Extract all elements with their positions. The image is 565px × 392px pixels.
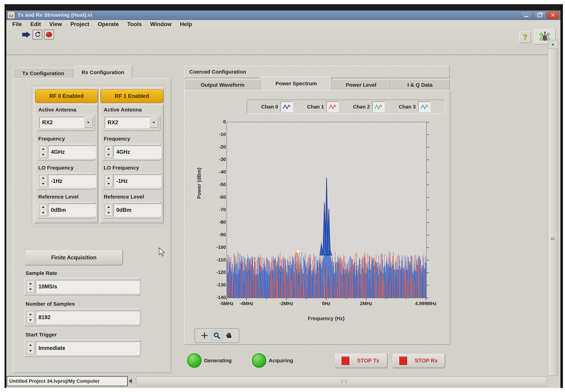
tab-tx-configuration[interactable]: Tx Configuration	[13, 68, 73, 79]
stop-square-icon	[399, 357, 407, 365]
rf1-frequency-spinner[interactable]	[105, 146, 113, 158]
y-tick-mark	[427, 285, 429, 286]
menu-edit[interactable]: Edit	[26, 21, 45, 28]
x-tick-label: 4.999MHz	[415, 301, 437, 306]
y-tick-label: -90	[219, 232, 226, 238]
run-continuous-button[interactable]	[32, 30, 42, 40]
abort-icon	[45, 31, 53, 38]
stop-tx-button[interactable]: STOP Tx	[335, 353, 388, 368]
tab-rx-configuration[interactable]: Rx Configuration	[73, 66, 132, 79]
close-button[interactable]: ✕	[547, 11, 559, 19]
stop-rx-button[interactable]: STOP Rx	[392, 353, 445, 368]
scroll-up-button[interactable]	[548, 40, 558, 49]
plot-legend: Chan 0 Chan 1 Chan 2 Chan 3	[247, 100, 445, 114]
rf0-lo-frequency-value[interactable]: -1Hz	[48, 175, 96, 187]
horizontal-scrollbar[interactable]	[136, 377, 547, 387]
tab-iq-data[interactable]: I & Q Data	[391, 79, 449, 90]
rf1-antenna-value[interactable]: RX2	[105, 117, 150, 128]
x-tick-label: -5MHz	[219, 301, 233, 306]
zoom-tool-button[interactable]	[211, 330, 223, 341]
menu-view[interactable]: View	[45, 21, 66, 28]
tab-output-waveform[interactable]: Output Waveform	[184, 79, 261, 90]
legend-label: Chan 0	[261, 104, 278, 110]
rf1-lo-spinner[interactable]	[105, 175, 113, 187]
legend-item-chan0[interactable]: Chan 0	[261, 101, 293, 112]
menu-help[interactable]: Help	[176, 21, 196, 28]
power-spectrum-panel: Chan 0 Chan 1 Chan 2 Chan 3 Powe	[184, 90, 450, 345]
rf1-frequency-value[interactable]: 4GHz	[114, 146, 161, 158]
power-spectrum-plot[interactable]	[227, 122, 427, 298]
rf0-ref-spinner[interactable]	[39, 204, 47, 216]
samples-spinner[interactable]	[27, 311, 34, 323]
acquisition-mode-button[interactable]: Finite Acquisition	[25, 250, 123, 265]
rf1-antenna-dropdown-button[interactable]	[149, 117, 158, 128]
rf1-reference-level-control: 0dBm	[103, 202, 160, 219]
tab-power-level[interactable]: Power Level	[332, 79, 391, 90]
rx-configuration-panel: RF 0 Enabled Active Antenna RX2 Frequenc…	[13, 78, 171, 373]
abort-button[interactable]	[44, 30, 54, 40]
vertical-scrollbar[interactable]	[548, 40, 558, 376]
number-of-samples-control: 8192	[24, 309, 140, 326]
mouse-cursor	[159, 248, 167, 258]
rf0-antenna-dropdown-button[interactable]	[84, 117, 93, 128]
increment-icon	[29, 313, 32, 315]
sample-rate-value[interactable]: 10MS/s	[36, 280, 140, 293]
rf0-lo-spinner[interactable]	[39, 175, 47, 187]
rf0-frequency-spinner[interactable]	[39, 146, 47, 158]
rf1-antenna-dropdown[interactable]: RX2	[103, 115, 160, 131]
y-tick-label: -80	[219, 220, 226, 225]
run-button[interactable]	[22, 30, 31, 39]
menu-operate[interactable]: Operate	[93, 21, 123, 28]
rf0-antenna-dropdown[interactable]: RX2	[37, 115, 95, 131]
increment-icon	[107, 206, 110, 208]
start-trigger-control: Immediate	[24, 339, 140, 357]
menu-window[interactable]: Window	[146, 21, 176, 28]
rf1-enable-button[interactable]: RF 1 Enabled	[101, 89, 163, 103]
rf1-lo-frequency-control: -1Hz	[103, 173, 160, 190]
y-tick-label: -100	[216, 244, 226, 250]
menu-bar: File Edit View Project Operate Tools Win…	[6, 20, 560, 28]
status-bar: Untitled Project 34.lvproj/My Computer	[6, 376, 560, 387]
restore-button[interactable]	[534, 11, 546, 19]
cursor-tool-button[interactable]	[199, 330, 210, 341]
menu-file[interactable]: File	[6, 21, 26, 28]
x-axis-title: Frequency (Hz)	[227, 316, 426, 322]
rf1-reference-level-value[interactable]: 0dBm	[114, 204, 161, 217]
menu-project[interactable]: Project	[66, 21, 93, 28]
legend-swatch	[281, 101, 293, 112]
start-trigger-value[interactable]: Immediate	[36, 341, 140, 355]
rf0-antenna-value[interactable]: RX2	[39, 117, 84, 128]
context-help-button[interactable]: ?	[519, 31, 531, 43]
legend-item-chan2[interactable]: Chan 2	[353, 101, 385, 112]
stop-rx-label: STOP Rx	[415, 358, 438, 364]
legend-item-chan3[interactable]: Chan 3	[399, 101, 431, 112]
y-axis-title: Power (dBm)	[196, 168, 202, 199]
minimize-button[interactable]	[520, 11, 533, 19]
labview-app-icon	[8, 12, 15, 18]
decrement-icon	[29, 289, 32, 290]
decrement-icon	[42, 183, 45, 185]
magnifier-icon	[213, 332, 221, 339]
sample-rate-spinner[interactable]	[27, 280, 34, 293]
window-title: Tx and Rx Streaming (Host).vi	[17, 12, 92, 18]
rf1-ref-spinner[interactable]	[105, 204, 113, 216]
y-tick-mark	[427, 272, 429, 273]
legend-item-chan1[interactable]: Chan 1	[307, 101, 339, 112]
rf0-reference-level-value[interactable]: 0dBm	[48, 204, 96, 217]
rf1-lo-frequency-label: LO Frequency	[104, 165, 139, 171]
menu-tools[interactable]: Tools	[123, 21, 146, 28]
number-of-samples-value[interactable]: 8192	[36, 311, 140, 324]
scroll-up-icon	[551, 43, 554, 45]
rf0-frequency-value[interactable]: 4GHz	[48, 146, 96, 158]
rf1-antenna-label: Active Antenna	[104, 107, 142, 113]
y-axis-ticks: 0-10-20-30-40-50-60-70-80-90-100-110-120…	[209, 122, 226, 297]
chevron-down-icon	[87, 122, 89, 123]
tab-power-spectrum[interactable]: Power Spectrum	[261, 77, 332, 90]
rf0-column: RF 0 Enabled Active Antenna RX2 Frequenc…	[34, 87, 99, 224]
rf1-lo-frequency-value[interactable]: -1Hz	[114, 175, 161, 187]
pan-tool-button[interactable]	[224, 330, 235, 341]
trigger-spinner[interactable]	[27, 342, 34, 354]
project-path-box[interactable]: Untitled Project 34.lvproj/My Computer	[7, 376, 128, 386]
scroll-left-icon[interactable]	[129, 378, 132, 383]
rf0-enable-button[interactable]: RF 0 Enabled	[35, 89, 98, 103]
